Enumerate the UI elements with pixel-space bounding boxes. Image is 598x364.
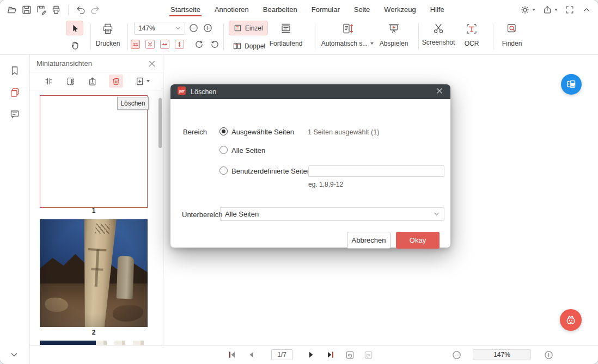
restore-view-back-icon[interactable] xyxy=(345,346,355,364)
theme-caret-icon xyxy=(532,9,535,11)
toolbar-divider xyxy=(315,23,315,50)
convert-to-word-button[interactable]: W xyxy=(561,74,582,95)
double-page-button[interactable]: Doppel xyxy=(229,39,270,53)
page-indicator[interactable]: 1/7 xyxy=(271,349,292,360)
share-button[interactable] xyxy=(542,5,558,15)
last-page-button[interactable] xyxy=(326,346,335,364)
hand-tool-button[interactable] xyxy=(69,39,81,51)
restore-view-forward-icon[interactable] xyxy=(363,346,374,364)
custom-pages-hint: eg. 1,8,9-12 xyxy=(308,181,343,188)
delete-page-button[interactable] xyxy=(109,75,123,88)
dialog-close-icon[interactable] xyxy=(436,87,443,97)
zoom-out-status-button[interactable] xyxy=(451,346,462,364)
chevron-down-icon[interactable] xyxy=(9,350,19,360)
add-page-button[interactable] xyxy=(135,76,150,87)
tab-formular[interactable]: Formular xyxy=(312,0,340,19)
actual-size-icon: 1:1 xyxy=(133,42,138,46)
fullscreen-icon[interactable] xyxy=(565,5,575,15)
open-file-icon[interactable] xyxy=(7,4,17,15)
chevron-down-icon xyxy=(434,211,440,217)
redo-icon[interactable] xyxy=(90,4,101,15)
save-icon[interactable] xyxy=(21,4,32,15)
ai-assistant-button[interactable] xyxy=(560,309,582,331)
fit-page-button[interactable] xyxy=(145,40,155,49)
collapse-toolbar-icon[interactable] xyxy=(582,5,591,15)
single-page-label: Einzel xyxy=(245,24,263,32)
zoom-select[interactable]: 147% xyxy=(134,22,185,35)
toolbar: Drucken 147% 1:1 Einzel Doppel For xyxy=(0,19,598,55)
share-icon xyxy=(542,5,552,15)
next-page-button[interactable] xyxy=(308,346,316,364)
radio-all-pages[interactable] xyxy=(219,146,228,154)
previous-page-button[interactable] xyxy=(247,346,255,364)
zoom-out-button[interactable] xyxy=(188,23,199,33)
ocr-button[interactable]: OCR xyxy=(461,19,483,47)
page-3-image xyxy=(40,341,148,345)
add-page-icon xyxy=(135,76,145,87)
actual-size-button[interactable]: 1:1 xyxy=(131,40,140,49)
print-icon[interactable] xyxy=(51,4,62,15)
page-indicator-value[interactable]: 1/7 xyxy=(271,349,292,360)
panel-scrollbar[interactable] xyxy=(158,98,162,148)
bookmarks-panel-button[interactable] xyxy=(9,65,21,77)
ocr-label: OCR xyxy=(465,40,479,47)
dialog-titlebar[interactable]: pdf Löschen xyxy=(170,84,450,99)
play-button[interactable]: Abspielen xyxy=(377,19,411,47)
zoom-in-button[interactable] xyxy=(203,23,213,33)
thumbnail-page-1[interactable] xyxy=(40,95,148,208)
range-label: Bereich xyxy=(183,128,207,136)
custom-pages-input[interactable] xyxy=(308,165,444,177)
cancel-button[interactable]: Abbrechen xyxy=(347,232,390,249)
tab-bearbeiten[interactable]: Bearbeiten xyxy=(263,0,297,19)
radio-custom-pages-label: Benutzerdefinierte Seiten xyxy=(231,167,311,175)
thumbnail-panel-header: Miniaturansichten xyxy=(30,55,163,72)
rotate-cw-button[interactable] xyxy=(194,39,204,50)
subrange-select[interactable]: Alle Seiten xyxy=(220,207,444,221)
tab-annotieren[interactable]: Annotieren xyxy=(215,0,249,19)
tab-seite[interactable]: Seite xyxy=(354,0,370,19)
tab-werkzeug[interactable]: Werkzeug xyxy=(384,0,416,19)
single-page-button[interactable]: Einzel xyxy=(229,21,268,35)
extract-page-icon[interactable] xyxy=(65,76,76,87)
replace-page-icon[interactable] xyxy=(87,76,97,87)
okay-button[interactable]: Okay xyxy=(396,232,440,249)
first-page-button[interactable] xyxy=(228,346,236,364)
share-caret-icon xyxy=(554,9,558,11)
menu-tabs: Startseite Annotieren Bearbeiten Formula… xyxy=(170,0,444,19)
page-fit-group: 1:1 xyxy=(131,39,220,50)
save-as-icon[interactable] xyxy=(36,4,47,15)
rotate-ccw-button[interactable] xyxy=(210,39,220,50)
autoscroll-button[interactable]: Automatisch s... xyxy=(320,19,375,47)
double-page-label: Doppel xyxy=(245,42,265,50)
zoom-in-status-button[interactable] xyxy=(544,346,554,364)
close-panel-icon[interactable] xyxy=(148,59,156,68)
screenshot-button[interactable]: Screenshot xyxy=(420,19,456,46)
fit-height-button[interactable] xyxy=(175,40,184,49)
page-2-image xyxy=(40,219,148,327)
theme-button[interactable] xyxy=(520,5,535,15)
thumbnails-panel-button[interactable] xyxy=(9,87,21,98)
sidebar-rail xyxy=(0,55,30,364)
thumbnail-page-3[interactable] xyxy=(40,341,148,345)
continuous-button[interactable]: Fortlaufend xyxy=(268,19,304,47)
print-button[interactable]: Drucken xyxy=(93,19,123,47)
undo-icon[interactable] xyxy=(75,4,86,15)
zoom-level-value: 147% xyxy=(473,349,531,360)
insert-page-icon[interactable] xyxy=(44,76,54,87)
toolbar-divider xyxy=(493,23,493,50)
zoom-value: 147% xyxy=(138,24,173,32)
menubar: Startseite Annotieren Bearbeiten Formula… xyxy=(0,0,598,19)
tab-startseite[interactable]: Startseite xyxy=(170,0,200,19)
find-button[interactable]: Finden xyxy=(497,19,527,47)
tab-hilfe[interactable]: Hilfe xyxy=(430,0,444,19)
comments-panel-button[interactable] xyxy=(9,108,21,120)
radio-custom-pages[interactable] xyxy=(219,166,228,175)
fit-width-button[interactable] xyxy=(160,40,169,49)
radio-selected-pages[interactable] xyxy=(219,127,228,135)
thumbnail-toolbar xyxy=(30,72,163,90)
thumbnail-page-2[interactable] xyxy=(40,219,148,327)
zoom-level-box[interactable]: 147% xyxy=(473,349,531,360)
thumbnail-list: Löschen 1 2 xyxy=(30,90,163,345)
select-tool-button[interactable] xyxy=(66,21,83,35)
scissors-icon xyxy=(432,22,445,35)
